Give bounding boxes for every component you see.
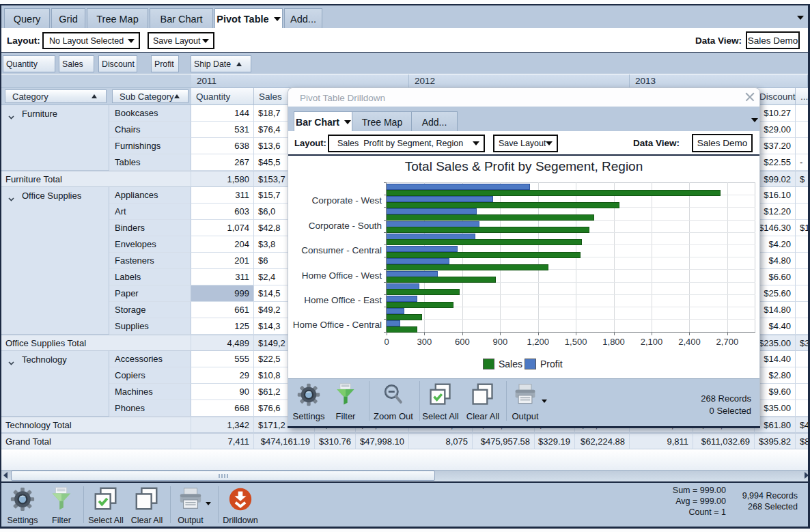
bar-sales[interactable] [387, 252, 581, 258]
dialog-footer-button-label: Zoom Out [371, 411, 416, 421]
dialog-tab-label: Tree Map [362, 117, 402, 128]
chart-category-label: Corporate - West [277, 195, 382, 206]
dialog-data-view-value: Sales Demo [697, 138, 748, 148]
dialog-footer-button-filter[interactable]: Filter [323, 381, 368, 422]
chart-x-tick [500, 333, 501, 335]
chart-x-tick-label: 600 [442, 337, 483, 346]
dialog-footer-button-clear-all[interactable]: Clear All [460, 381, 505, 422]
bar-sales[interactable] [387, 302, 453, 308]
chart-x-tick [614, 333, 615, 335]
dialog-footer-button-label: Select All [418, 411, 463, 421]
application-window: QueryGridTree MapBar ChartPivot TableAdd… [0, 0, 810, 532]
chart-y-tick [384, 282, 386, 283]
chart-title: Total Sales & Profit by Segement, Region [288, 159, 759, 176]
gear-icon [296, 382, 321, 407]
dialog-tab-tree-map[interactable]: Tree Map [352, 111, 413, 132]
dialog-footer-separator [506, 381, 507, 421]
dialog-layout-select-value: Sales Profit by Segment, Region [329, 139, 473, 148]
bar-sales[interactable] [387, 277, 496, 283]
chart-x-tick-label: 1,500 [555, 337, 596, 346]
chart-y-tick [384, 182, 386, 183]
dialog-footer-button-select-all[interactable]: Select All [418, 381, 463, 422]
chart-y-tick [384, 244, 386, 245]
dialog-footer-selected: 0 Selected [676, 406, 751, 416]
dialog-bottom-border [288, 426, 760, 428]
chart-x-tick [652, 333, 652, 335]
bar-sales[interactable] [387, 214, 594, 221]
dialog-title: Pivot Table Drilldown [300, 93, 385, 103]
dialog-tab-label: Add... [422, 117, 447, 128]
legend-profit-label: Profit [540, 359, 578, 369]
bar-sales[interactable] [387, 326, 417, 333]
chart-x-tick-label: 2,100 [631, 337, 672, 346]
dialog-title-bar[interactable]: Pivot Table Drilldown [288, 87, 760, 107]
dialog-footer-separator [419, 381, 420, 421]
chart-x-tick [727, 333, 728, 335]
chart-x-tick [462, 333, 463, 335]
bar-sales[interactable] [387, 289, 460, 295]
bar-sales[interactable] [387, 239, 582, 245]
dialog-data-view-label: Data View: [618, 138, 680, 149]
dialog-save-layout-label: Save Layout [494, 139, 546, 148]
chart-y-tick [384, 257, 386, 257]
dialog-tab-add-[interactable]: Add... [411, 111, 458, 132]
dialog-data-view-value-box: Sales Demo [692, 134, 753, 152]
chart-y-tick [384, 220, 386, 221]
chart-x-tick-label: 2,700 [707, 337, 748, 346]
dialog-layout-select[interactable]: Sales Profit by Segment, Region [328, 135, 485, 152]
bar-sales[interactable] [387, 227, 589, 233]
bar-sales[interactable] [387, 264, 548, 270]
chart-y-tick [384, 319, 386, 320]
dialog-footer-button-label: Output [503, 411, 548, 421]
chart-x-tick-label: 2,400 [669, 337, 710, 346]
chart-y-tick [384, 307, 386, 307]
clear-all-icon [471, 382, 495, 407]
dialog-close-icon[interactable] [745, 92, 754, 101]
dropdown-arrow-icon [473, 141, 479, 145]
dialog-footer-button-label: Clear All [460, 411, 505, 421]
zoom-out-icon [381, 382, 406, 407]
chart-x-tick-label: 900 [479, 337, 520, 346]
dialog-footer-records: 268 Records [676, 393, 751, 404]
chart-category-label: Consumer - Central [277, 245, 382, 256]
chart-y-tick [384, 195, 386, 195]
dialog-footer-button-zoom-out[interactable]: Zoom Out [371, 381, 416, 422]
bar-sales[interactable] [387, 314, 422, 320]
chart-category-label: Corporate - South [277, 221, 382, 232]
chart-category-label: Home Office - West [277, 270, 382, 281]
dropdown-arrow-icon [546, 141, 553, 145]
legend-sales-swatch [483, 359, 494, 369]
dialog-tab-overflow-icon[interactable] [751, 118, 758, 122]
dialog-save-layout-select[interactable]: Save Layout [493, 135, 558, 152]
chart-category-label: Home Office - East [277, 295, 382, 306]
dialog-layout-label: Layout: [294, 138, 327, 149]
bar-sales[interactable] [387, 190, 721, 196]
chart-x-tick [424, 333, 425, 335]
chart-x-tick-label: 0 [366, 337, 407, 346]
dialog-footer-button-label: Filter [323, 411, 368, 421]
tab-dropdown-arrow-icon [344, 120, 351, 124]
chart-x-tick-label: 1,800 [593, 337, 634, 346]
chart-x-axis [386, 332, 755, 333]
chart-x-tick [576, 333, 576, 335]
chart-x-tick [689, 333, 690, 335]
chart-gridline [387, 319, 755, 320]
chart-y-tick [384, 269, 386, 270]
chart-y-tick [384, 232, 386, 233]
output-dropdown-arrow-icon[interactable] [542, 400, 547, 403]
filter-icon [333, 382, 358, 407]
chart-y-tick [384, 332, 386, 333]
dialog-footer-separator [369, 381, 369, 421]
bar-sales[interactable] [387, 202, 619, 208]
chart-x-tick-label: 300 [404, 337, 445, 346]
printer-icon [513, 382, 537, 407]
legend-profit-swatch [525, 359, 536, 369]
dialog-tab-label: Bar Chart [296, 117, 339, 128]
select-all-icon [428, 382, 453, 407]
chart-category-label: Home Office - Central [277, 320, 382, 331]
chart-x-tick [387, 333, 387, 335]
chart-y-tick [384, 294, 386, 295]
dialog-tab-bar-chart[interactable]: Bar Chart [294, 111, 353, 132]
chart-x-tick-label: 1,200 [518, 337, 559, 346]
dialog-toolbar-separator [288, 154, 759, 156]
